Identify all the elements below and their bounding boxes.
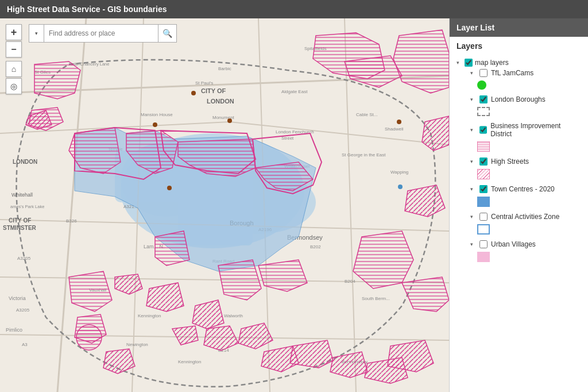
svg-text:Newington: Newington xyxy=(126,342,148,347)
layer-panel-body: Layers ▾ map layers ▾ TfL JamCams xyxy=(450,37,588,271)
search-dropdown-button[interactable]: ▾ xyxy=(29,24,44,43)
layer-label-caz: Central Activities Zone xyxy=(491,213,559,221)
search-button[interactable]: 🔍 xyxy=(158,24,177,43)
layer-item-urban-villages[interactable]: ▾ Urban Villages xyxy=(461,239,581,249)
layer-item-boroughs[interactable]: ▾ London Boroughs xyxy=(461,94,581,105)
svg-text:CITY OF: CITY OF xyxy=(9,217,31,224)
svg-text:LONDON: LONDON xyxy=(13,159,37,165)
svg-text:ames's Park Lake: ames's Park Lake xyxy=(10,204,44,209)
swatch-green-circle xyxy=(477,80,486,90)
layer-panel: Layer List Layers ▾ map layers ▾ xyxy=(449,18,588,392)
layer-label-urban-villages: Urban Villages xyxy=(491,240,536,248)
svg-text:Kennington: Kennington xyxy=(138,313,161,318)
svg-point-71 xyxy=(398,185,403,189)
layer-swatch-bid xyxy=(461,139,581,154)
swatch-dashed-border xyxy=(477,107,490,116)
layer-item-bid[interactable]: ▾ Business Improvement District xyxy=(461,121,581,139)
svg-text:Walworth: Walworth xyxy=(224,313,243,318)
dropdown-arrow-icon: ▾ xyxy=(35,30,38,36)
swatch-hatch-pink xyxy=(477,141,490,152)
swatch-blue-solid xyxy=(477,197,490,207)
collapse-arrow-tfl-icon: ▾ xyxy=(470,70,476,76)
svg-text:STMINSTER: STMINSTER xyxy=(3,225,37,231)
svg-text:Victoria: Victoria xyxy=(9,295,26,301)
svg-text:CITY OF: CITY OF xyxy=(201,87,226,94)
collapse-arrow-uv-icon: ▾ xyxy=(470,241,476,247)
svg-text:South Berm...: South Berm... xyxy=(362,296,390,301)
svg-text:A3205: A3205 xyxy=(17,256,31,261)
layer-item-caz[interactable]: ▾ Central Activities Zone xyxy=(461,212,581,222)
layer-checkbox-boroughs[interactable] xyxy=(479,95,488,103)
app-title: High Street Data Service - GIS boundarie… xyxy=(7,5,167,14)
search-bar: ▾ 🔍 xyxy=(29,24,177,43)
zoom-out-button[interactable]: − xyxy=(6,41,22,57)
zoom-in-button[interactable]: + xyxy=(6,24,22,40)
svg-point-69 xyxy=(167,186,172,190)
svg-text:Wapping: Wapping xyxy=(390,170,408,175)
home-button[interactable]: ⌂ xyxy=(6,61,22,77)
layer-label-bid: Business Improvement District xyxy=(490,122,581,138)
layer-checkbox-urban-villages[interactable] xyxy=(479,240,488,248)
layer-swatch-urban-villages xyxy=(461,249,581,264)
layer-parent-map-layers[interactable]: ▾ map layers xyxy=(457,57,581,68)
collapse-arrow-bid-icon: ▾ xyxy=(470,127,476,133)
layer-swatch-tfl xyxy=(461,78,581,92)
layer-checkbox-town-centres[interactable] xyxy=(479,185,488,193)
layer-swatch-boroughs xyxy=(461,105,581,118)
title-bar: High Street Data Service - GIS boundarie… xyxy=(0,0,588,18)
layer-label-high-streets: High Streets xyxy=(491,157,529,166)
search-input[interactable] xyxy=(44,24,158,43)
svg-text:Whitehall: Whitehall xyxy=(11,192,33,198)
layer-swatch-town-centres xyxy=(461,194,581,209)
layer-checkbox-map-layers[interactable] xyxy=(465,59,473,67)
swatch-blue-outline xyxy=(477,224,490,235)
svg-text:B202: B202 xyxy=(310,244,321,249)
svg-text:Pimlico: Pimlico xyxy=(6,327,22,333)
layer-group-bid: ▾ Business Improvement District xyxy=(461,121,581,154)
search-icon: 🔍 xyxy=(163,29,172,38)
layer-item-high-streets[interactable]: ▾ High Streets xyxy=(461,156,581,167)
layer-group-town-centres: ▾ Town Centres - 2020 xyxy=(461,184,581,209)
svg-text:St George in the East: St George in the East xyxy=(342,152,386,157)
svg-point-65 xyxy=(76,325,102,350)
collapse-arrow-icon: ▾ xyxy=(457,60,462,66)
map-area[interactable]: St Giles Holb–Chancery Lane Barbic Spita… xyxy=(0,18,449,392)
map-controls: + − ⌂ ◎ xyxy=(6,24,22,94)
svg-text:A3: A3 xyxy=(22,342,28,347)
svg-point-67 xyxy=(153,122,157,127)
layer-group-urban-villages: ▾ Urban Villages xyxy=(461,239,581,264)
layers-section-title: Layers xyxy=(457,41,581,53)
layer-label-town-centres: Town Centres - 2020 xyxy=(491,185,555,193)
layer-checkbox-caz[interactable] xyxy=(479,213,488,221)
layer-swatch-caz xyxy=(461,222,581,237)
layer-label-map-layers: map layers xyxy=(475,59,509,67)
locate-button[interactable]: ◎ xyxy=(6,78,22,94)
svg-point-68 xyxy=(227,118,232,123)
layer-label-tfl: TfL JamCams xyxy=(491,69,533,77)
layer-panel-title: Layer List xyxy=(457,23,494,32)
svg-text:St Paul's: St Paul's xyxy=(195,80,213,86)
swatch-hatch-pink2 xyxy=(477,169,490,179)
layer-item-town-centres[interactable]: ▾ Town Centres - 2020 xyxy=(461,184,581,194)
svg-point-66 xyxy=(191,91,196,95)
layer-group-boroughs: ▾ London Boroughs xyxy=(461,94,581,118)
svg-text:Barbic: Barbic xyxy=(218,66,231,71)
svg-point-70 xyxy=(397,120,401,124)
svg-text:Kennington: Kennington xyxy=(178,359,201,364)
swatch-pink-light xyxy=(477,252,490,262)
layer-checkbox-high-streets[interactable] xyxy=(479,157,488,166)
layer-checkbox-bid[interactable] xyxy=(479,126,488,134)
svg-text:A3205: A3205 xyxy=(16,308,30,313)
layer-group-caz: ▾ Central Activities Zone xyxy=(461,212,581,237)
collapse-arrow-boroughs-icon: ▾ xyxy=(470,97,476,102)
layer-group-map-layers: ▾ map layers ▾ TfL JamCams xyxy=(457,57,581,264)
map-svg: St Giles Holb–Chancery Lane Barbic Spita… xyxy=(0,18,449,392)
layer-item-tfl-jamcams[interactable]: ▾ TfL JamCams xyxy=(461,68,581,78)
layer-swatch-high-streets xyxy=(461,167,581,182)
layer-group-high-streets: ▾ High Streets xyxy=(461,156,581,182)
layer-label-boroughs: London Boroughs xyxy=(491,95,546,103)
svg-text:Shadwell: Shadwell xyxy=(385,126,404,132)
layer-checkbox-tfl[interactable] xyxy=(479,69,488,77)
collapse-arrow-hs-icon: ▾ xyxy=(470,159,476,164)
svg-text:Cable St...: Cable St... xyxy=(356,112,377,117)
